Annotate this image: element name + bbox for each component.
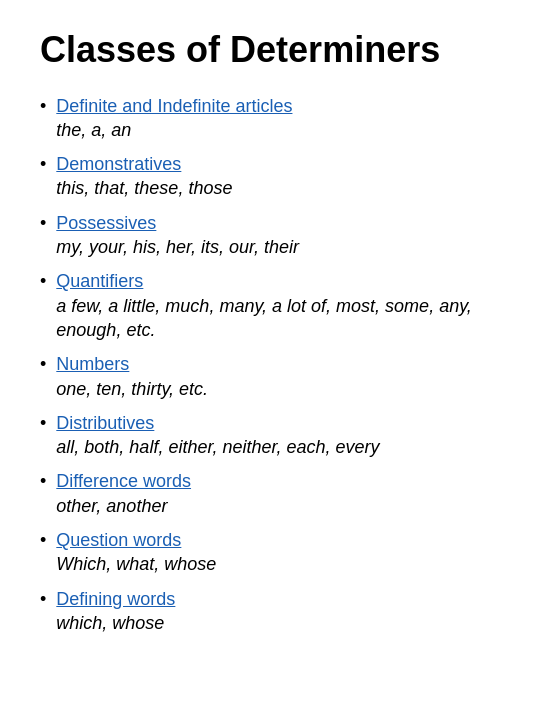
- list-item: •Possessivesmy, your, his, her, its, our…: [40, 211, 500, 260]
- determiner-link-question-words[interactable]: Question words: [56, 528, 216, 552]
- bullet-icon: •: [40, 269, 46, 293]
- list-item: •Numbersone, ten, thirty, etc.: [40, 352, 500, 401]
- list-item: •Defining wordswhich, whose: [40, 587, 500, 636]
- determiner-link-demonstratives[interactable]: Demonstratives: [56, 152, 232, 176]
- page-title: Classes of Determiners: [40, 30, 500, 70]
- determiner-link-distributives[interactable]: Distributives: [56, 411, 379, 435]
- determiner-examples-demonstratives: this, that, these, those: [56, 176, 232, 200]
- list-item: •Definite and Indefinite articlesthe, a,…: [40, 94, 500, 143]
- determiner-link-defining-words[interactable]: Defining words: [56, 587, 175, 611]
- determiner-examples-possessives: my, your, his, her, its, our, their: [56, 235, 299, 259]
- determiner-link-quantifiers[interactable]: Quantifiers: [56, 269, 500, 293]
- list-item: •Distributivesall, both, half, either, n…: [40, 411, 500, 460]
- determiners-list: •Definite and Indefinite articlesthe, a,…: [40, 94, 500, 636]
- determiner-examples-difference-words: other, another: [56, 494, 191, 518]
- list-item: •Quantifiersa few, a little, much, many,…: [40, 269, 500, 342]
- determiner-examples-question-words: Which, what, whose: [56, 552, 216, 576]
- bullet-icon: •: [40, 211, 46, 235]
- bullet-icon: •: [40, 528, 46, 552]
- list-item: •Question wordsWhich, what, whose: [40, 528, 500, 577]
- bullet-icon: •: [40, 587, 46, 611]
- bullet-icon: •: [40, 469, 46, 493]
- determiner-link-possessives[interactable]: Possessives: [56, 211, 299, 235]
- list-item: •Demonstrativesthis, that, these, those: [40, 152, 500, 201]
- determiner-examples-distributives: all, both, half, either, neither, each, …: [56, 435, 379, 459]
- list-item: •Difference wordsother, another: [40, 469, 500, 518]
- bullet-icon: •: [40, 152, 46, 176]
- determiner-examples-quantifiers: a few, a little, much, many, a lot of, m…: [56, 294, 500, 343]
- determiner-link-numbers[interactable]: Numbers: [56, 352, 208, 376]
- determiner-examples-numbers: one, ten, thirty, etc.: [56, 377, 208, 401]
- bullet-icon: •: [40, 411, 46, 435]
- determiner-examples-definite-indefinite-articles: the, a, an: [56, 118, 292, 142]
- bullet-icon: •: [40, 94, 46, 118]
- bullet-icon: •: [40, 352, 46, 376]
- determiner-link-definite-indefinite-articles[interactable]: Definite and Indefinite articles: [56, 94, 292, 118]
- determiner-link-difference-words[interactable]: Difference words: [56, 469, 191, 493]
- determiner-examples-defining-words: which, whose: [56, 611, 175, 635]
